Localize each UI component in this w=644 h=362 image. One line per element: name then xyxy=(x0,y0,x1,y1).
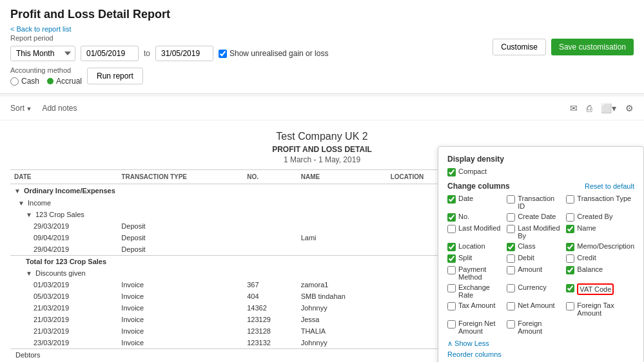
column-checkbox-label[interactable]: Created By xyxy=(566,213,634,222)
column-checkbox[interactable] xyxy=(566,284,574,292)
column-checkbox[interactable] xyxy=(447,284,456,292)
column-label: Tax Amount xyxy=(458,301,495,309)
column-label: Payment Method xyxy=(458,265,502,281)
show-less-link[interactable]: Show Less xyxy=(447,339,489,347)
column-checkbox[interactable] xyxy=(507,302,515,310)
date-to-input[interactable] xyxy=(155,46,213,61)
column-checkbox[interactable] xyxy=(447,213,456,222)
column-label: Memo/Description xyxy=(577,242,634,250)
column-checkbox-label[interactable]: Date xyxy=(447,195,502,210)
column-checkbox[interactable] xyxy=(507,195,515,204)
column-checkbox[interactable] xyxy=(507,266,515,274)
column-checkbox[interactable] xyxy=(507,243,515,251)
column-checkbox-label[interactable]: VAT Code xyxy=(566,283,634,299)
column-checkbox-label[interactable]: Exchange Rate xyxy=(447,283,502,299)
page-title: Profit and Loss Detail Report xyxy=(10,8,634,21)
column-label: Create Date xyxy=(518,213,556,220)
email-icon[interactable]: ✉ xyxy=(567,102,580,115)
back-link[interactable]: Back to report list xyxy=(10,25,634,33)
columns-panel: Display density Compact Change columns R… xyxy=(438,146,644,362)
column-checkbox[interactable] xyxy=(507,284,515,292)
column-checkbox[interactable] xyxy=(566,225,574,233)
cash-radio-label[interactable]: Cash xyxy=(10,77,39,86)
col-name: NAME xyxy=(297,170,387,184)
add-notes-button[interactable]: Add notes xyxy=(39,102,79,114)
reorder-link[interactable]: Reorder columns xyxy=(447,350,634,358)
customise-button[interactable]: Customise xyxy=(493,39,546,55)
column-checkbox-label[interactable]: Last Modified By xyxy=(507,224,561,240)
column-checkbox[interactable] xyxy=(507,225,515,233)
export-icon[interactable]: ⬜▾ xyxy=(598,102,619,115)
column-label: Amount xyxy=(518,265,542,273)
column-checkbox-label[interactable]: Location xyxy=(447,242,502,251)
column-checkbox-label[interactable]: Debit xyxy=(507,254,561,263)
reset-link[interactable]: Reset to default xyxy=(585,182,634,190)
column-checkbox-label[interactable]: Transaction ID xyxy=(507,195,561,210)
column-label: Foreign Tax Amount xyxy=(577,301,634,317)
column-checkbox[interactable] xyxy=(447,266,456,274)
column-checkbox[interactable] xyxy=(566,254,574,263)
column-label: No. xyxy=(458,213,469,220)
column-checkbox[interactable] xyxy=(566,266,574,274)
column-checkbox[interactable] xyxy=(447,254,456,263)
column-checkbox-label[interactable]: Last Modified xyxy=(447,224,502,240)
settings-icon[interactable]: ⚙ xyxy=(623,102,636,115)
column-checkbox[interactable] xyxy=(566,243,574,251)
column-checkbox[interactable] xyxy=(447,320,456,329)
show-unrealised-checkbox[interactable] xyxy=(219,50,227,58)
column-label: Foreign Net Amount xyxy=(458,319,502,335)
column-checkbox-label[interactable]: Net Amount xyxy=(507,301,561,317)
compact-checkbox-label[interactable]: Compact xyxy=(447,167,634,176)
column-checkbox-label[interactable]: Transaction Type xyxy=(566,195,634,210)
run-report-button[interactable]: Run report xyxy=(87,68,143,84)
company-name: Test Company UK 2 xyxy=(10,131,634,142)
show-unrealised-text: Show unrealised gain or loss xyxy=(229,49,328,58)
cash-label: Cash xyxy=(21,77,39,86)
column-checkbox-label[interactable]: Foreign Amount xyxy=(507,319,561,335)
column-checkbox-label[interactable]: Credit xyxy=(566,254,634,263)
column-checkbox-label[interactable]: Create Date xyxy=(507,213,561,222)
column-checkbox[interactable] xyxy=(507,213,515,222)
column-checkbox[interactable] xyxy=(566,302,574,310)
save-customisation-button[interactable]: Save customisation xyxy=(551,39,634,55)
column-checkbox-label[interactable]: Memo/Description xyxy=(566,242,634,251)
column-checkbox-label[interactable]: Split xyxy=(447,254,502,263)
toolbar: Sort Add notes ✉ ⎙ ⬜▾ ⚙ xyxy=(0,97,644,120)
column-label: Last Modified By xyxy=(518,224,561,240)
column-checkbox-label[interactable]: Class xyxy=(507,242,561,251)
column-checkbox[interactable] xyxy=(447,195,456,204)
accrual-radio-label[interactable]: Accrual xyxy=(47,77,82,86)
compact-checkbox[interactable] xyxy=(447,168,456,176)
column-label: Balance xyxy=(577,265,603,273)
show-unrealised-label[interactable]: Show unrealised gain or loss xyxy=(219,49,328,58)
column-checkbox[interactable] xyxy=(447,302,456,310)
print-icon[interactable]: ⎙ xyxy=(584,102,594,115)
column-label: Last Modified xyxy=(458,224,500,232)
column-checkbox[interactable] xyxy=(447,225,456,233)
column-label: Transaction ID xyxy=(518,195,561,210)
column-label: Net Amount xyxy=(518,301,554,309)
column-checkbox-label[interactable]: Currency xyxy=(507,283,561,299)
column-checkbox[interactable] xyxy=(507,254,515,263)
date-from-input[interactable] xyxy=(81,46,139,61)
period-select[interactable]: This Month Last Month This Quarter xyxy=(10,46,75,61)
col-transaction-type: TRANSACTION TYPE xyxy=(117,170,243,184)
cash-radio[interactable] xyxy=(10,77,19,86)
column-checkbox-label[interactable]: Balance xyxy=(566,265,634,281)
column-checkbox-label[interactable]: No. xyxy=(447,213,502,222)
column-checkbox-label[interactable]: Name xyxy=(566,224,634,240)
column-checkbox[interactable] xyxy=(447,243,456,251)
column-checkbox-label[interactable]: Payment Method xyxy=(447,265,502,281)
column-checkbox[interactable] xyxy=(566,195,574,204)
column-checkbox-label[interactable]: Tax Amount xyxy=(447,301,502,317)
column-label: Split xyxy=(458,254,472,262)
column-checkbox[interactable] xyxy=(507,320,515,329)
accounting-method-label: Accounting method xyxy=(10,66,82,74)
column-checkbox-label[interactable]: Foreign Tax Amount xyxy=(566,301,634,317)
display-density-title: Display density xyxy=(447,155,634,164)
column-checkbox[interactable] xyxy=(566,213,574,222)
sort-button[interactable]: Sort xyxy=(8,102,34,114)
column-checkbox-label[interactable]: Foreign Net Amount xyxy=(447,319,502,335)
column-checkbox-label[interactable]: Amount xyxy=(507,265,561,281)
column-label: Exchange Rate xyxy=(458,283,502,299)
